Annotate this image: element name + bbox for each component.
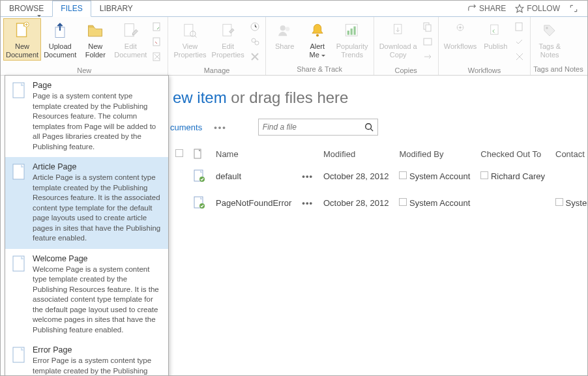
row-menu[interactable]: ••• — [302, 171, 313, 181]
share-button[interactable]: Share — [269, 18, 301, 53]
follow-action[interactable]: FOLLOW — [515, 4, 560, 13]
new-document-label: New Document — [6, 42, 38, 59]
person-checkbox[interactable] — [480, 171, 488, 179]
col-contact[interactable]: Contact — [550, 145, 588, 163]
cell-modified: October 28, 2012 — [318, 190, 394, 216]
workflows-button[interactable]: Workflows — [441, 18, 480, 53]
cancel-approval-icon[interactable] — [512, 50, 527, 64]
person-checkbox[interactable] — [399, 171, 407, 179]
row-menu[interactable]: ••• — [302, 198, 313, 208]
col-checkedout[interactable]: Checked Out To — [475, 145, 550, 163]
manage-copies-icon[interactable] — [420, 35, 435, 49]
popularity-label: Popularity Trends — [336, 42, 368, 59]
list-options-menu[interactable]: ••• — [214, 123, 227, 132]
tab-browse[interactable]: BROWSE — [1, 1, 52, 16]
version-history-icon[interactable] — [248, 20, 262, 34]
list-toolbar: cuments ••• — [170, 119, 587, 136]
send-to-icon[interactable] — [420, 20, 435, 34]
dropdown-item-title: Error Page — [33, 345, 162, 354]
person-checkbox[interactable] — [399, 198, 407, 206]
cell-checkedout — [475, 190, 550, 216]
download-copy-label: Download a Copy — [379, 42, 417, 59]
alert-me-button[interactable]: Alert Me — [301, 18, 334, 61]
svg-rect-19 — [347, 31, 349, 35]
popularity-trends-button[interactable]: Popularity Trends — [334, 18, 371, 61]
new-item-prefix: ew item — [173, 89, 227, 106]
dropdown-item-title: Welcome Page — [33, 254, 162, 263]
dropdown-item[interactable]: Error PageError Page is a system content… — [5, 340, 168, 376]
dropdown-item[interactable]: Welcome PageWelcome Page is a system con… — [5, 249, 168, 341]
ribbon: New Document Upload Document New Folder — [1, 17, 587, 76]
svg-rect-11 — [223, 24, 231, 36]
col-type[interactable] — [188, 145, 211, 163]
publish-button[interactable]: Publish — [479, 18, 512, 53]
share-action[interactable]: SHARE — [467, 4, 506, 13]
edit-document-button[interactable]: Edit Document — [111, 18, 149, 61]
cell-modified: October 28, 2012 — [318, 163, 394, 190]
checkout-icon[interactable] — [150, 20, 164, 34]
col-modifiedby[interactable]: Modified By — [394, 145, 475, 163]
folder-icon — [85, 20, 106, 41]
workflows-label: Workflows — [444, 42, 477, 51]
tab-library[interactable]: LIBRARY — [91, 1, 141, 16]
cell-name[interactable]: PageNotFoundError — [211, 190, 297, 216]
publish-icon — [485, 20, 506, 41]
tags-notes-button[interactable]: Tags & Notes — [533, 18, 566, 61]
ribbon-group-label-copies: Copies — [377, 65, 435, 76]
search-box[interactable] — [258, 119, 378, 136]
ribbon-group-new: New Document Upload Document New Folder — [1, 17, 168, 75]
svg-rect-9 — [184, 24, 193, 36]
file-table: Name Modified Modified By Checked Out To… — [170, 145, 588, 216]
dropdown-item-title: Article Page — [33, 162, 162, 171]
tab-files[interactable]: FILES — [52, 1, 91, 17]
discard-checkout-icon[interactable] — [150, 50, 164, 64]
fullscreen-action[interactable] — [569, 4, 578, 13]
new-folder-label: New Folder — [85, 42, 106, 59]
dropdown-item-title: Page — [33, 81, 162, 90]
edit-properties-icon — [218, 20, 239, 41]
search-input[interactable] — [263, 123, 354, 132]
view-properties-icon — [179, 20, 200, 41]
select-all-checkbox[interactable] — [175, 149, 183, 157]
search-icon[interactable] — [364, 123, 374, 132]
caret-icon — [319, 51, 325, 59]
view-properties-button[interactable]: View Properties — [171, 18, 209, 61]
table-row[interactable]: PageNotFoundError•••October 28, 2012 Sys… — [170, 190, 588, 216]
svg-point-31 — [366, 124, 372, 130]
edit-properties-button[interactable]: Edit Properties — [209, 18, 247, 61]
go-to-source-icon[interactable] — [420, 50, 435, 64]
shared-with-icon[interactable] — [248, 35, 262, 49]
dropdown-item-desc: Error Page is a system content type temp… — [33, 356, 162, 376]
edit-document-icon — [120, 20, 141, 41]
trends-icon — [342, 20, 362, 41]
download-copy-button[interactable]: Download a Copy — [377, 18, 420, 61]
approve-reject-icon[interactable] — [512, 35, 527, 49]
dropdown-item[interactable]: PagePage is a system content type templa… — [5, 76, 168, 157]
dropdown-item[interactable]: Article PageArticle Page is a system con… — [5, 157, 168, 249]
svg-rect-7 — [153, 38, 160, 46]
cell-name[interactable]: default — [211, 163, 297, 190]
delete-icon[interactable] — [248, 50, 262, 64]
unpublish-icon[interactable] — [512, 20, 527, 34]
share-btn-label: Share — [275, 42, 294, 51]
checkin-icon[interactable] — [150, 35, 164, 49]
new-item-heading[interactable]: ew item or drag files here — [173, 89, 587, 107]
cell-contact — [550, 163, 588, 190]
ribbon-group-label-sharetrack: Share & Track — [269, 64, 371, 75]
ribbon-group-sharetrack: Share Alert Me Popularity Trends Share &… — [266, 17, 374, 75]
person-checkbox[interactable] — [555, 198, 563, 206]
cell-checkedout: Richard Carey — [475, 163, 550, 190]
bell-icon — [307, 20, 328, 41]
follow-label: FOLLOW — [527, 4, 560, 13]
col-name[interactable]: Name — [211, 145, 297, 163]
new-folder-button[interactable]: New Folder — [79, 18, 111, 61]
page-icon — [12, 81, 27, 152]
svg-point-17 — [316, 34, 319, 36]
table-row[interactable]: default•••October 28, 2012 System Accoun… — [170, 163, 588, 190]
all-documents-link[interactable]: cuments — [170, 123, 202, 132]
ribbon-group-copies: Download a Copy Copies — [374, 17, 439, 75]
col-modified[interactable]: Modified — [318, 145, 394, 163]
upload-document-button[interactable]: Upload Document — [41, 18, 79, 61]
new-document-button[interactable]: New Document — [3, 18, 41, 61]
svg-rect-6 — [153, 23, 160, 31]
